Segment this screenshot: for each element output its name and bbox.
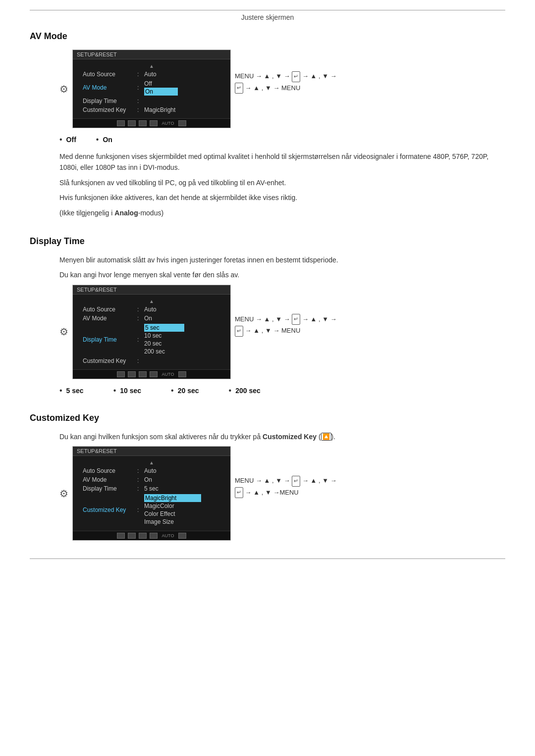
osd-valuelist-dt: 5 sec 10 sec 20 sec 200 sec	[144, 324, 184, 355]
nav-formula-dt: MENU → ▲ , ▼ → ↵ → ▲ , ▼ → ↵ → ▲ , ▼ → M…	[235, 313, 337, 351]
body-text-av-4: (Ikke tilgjengelig i Analog-modus)	[59, 207, 505, 218]
section-title-display-time: Display Time	[30, 236, 505, 247]
osd-row-customkey-av: Customized Key : MagicBright	[73, 105, 230, 114]
gear-icon-av-mode: ⚙	[59, 83, 68, 95]
osd-label-avmode-dt: AV Mode	[83, 315, 137, 322]
bullet-label-10sec: 10 sec	[120, 387, 141, 395]
gear-icon-dt: ⚙	[59, 326, 68, 338]
osd-screenshot-ck: SETUP&RESET ▲ Auto Source : Auto AV Mode…	[72, 446, 231, 541]
enter-icon-ck2: ↵	[235, 487, 243, 498]
scroll-up-av: ▲	[73, 62, 230, 70]
osd-btn5-ck	[178, 533, 186, 539]
osd-row-avmode-dt: AV Mode : On	[73, 314, 230, 323]
osd-bottom-bar-av: AUTO	[73, 118, 230, 128]
nav-formula-ck: MENU → ▲ , ▼ → ↵ → ▲ , ▼ → ↵ → ▲ , ▼ →ME…	[235, 475, 337, 512]
osd-label-avmode: AV Mode	[83, 84, 137, 91]
section-display-time: Display Time Menyen blir automatisk slåt…	[30, 236, 505, 395]
section-title-av-mode: AV Mode	[30, 31, 505, 42]
osd-auto-ck: AUTO	[162, 533, 174, 538]
osd-valuelist-ck: MagicBright MagicColor Color Effect Imag…	[144, 494, 201, 526]
nav-formula-line1-av: MENU → ▲ , ▼ → ↵ → ▲ , ▼ →	[235, 70, 337, 82]
page-title: Justere skjermen	[30, 13, 505, 21]
osd-row-displaytime-ck: Display Time : 5 sec	[73, 484, 230, 493]
osd-screenshot-av-mode: SETUP&RESET ▲ Auto Source : Auto AV Mode…	[72, 50, 231, 128]
osd-bottom-bar-ck: AUTO	[73, 531, 230, 540]
osd-row-autosource-dt: Auto Source : Auto	[73, 305, 230, 314]
bullet-options-av: • Off • On	[59, 135, 505, 144]
enter-icon-dt2: ↵	[235, 326, 243, 337]
bullet-on-av: • On	[96, 135, 112, 144]
body-text-av-1: Med denne funksjonen vises skjermbildet …	[59, 151, 505, 173]
gear-icon-ck: ⚙	[59, 488, 68, 500]
osd-title-dt: SETUP&RESET	[73, 285, 230, 295]
section-av-mode: AV Mode ⚙ SETUP&RESET ▲ Auto Source : Au…	[30, 31, 505, 218]
nav-formula-line2-dt: ↵ → ▲ , ▼ → MENU	[235, 325, 337, 336]
enter-icon-ck1: ↵	[292, 476, 300, 487]
osd-btn1-av	[117, 120, 125, 126]
osd-val-10sec: 10 sec	[144, 332, 184, 340]
osd-value-customkey-av: MagicBright	[144, 106, 175, 113]
osd-btn3-ck	[139, 533, 147, 539]
osd-outer-dt: ⚙ SETUP&RESET ▲ Auto Source : Auto AV Mo…	[59, 285, 505, 379]
nav-formula-line1-dt: MENU → ▲ , ▼ → ↵ → ▲ , ▼ →	[235, 313, 337, 325]
page-container: Justere skjermen AV Mode ⚙ SETUP&RESET ▲…	[0, 0, 535, 579]
customkey-icon: 🔼	[321, 433, 331, 441]
osd-valuelist-avmode: Off On	[144, 80, 178, 96]
bullet-200sec: • 200 sec	[229, 386, 261, 395]
osd-value-autosource-av: Auto	[144, 71, 157, 78]
osd-row-avmode: AV Mode : Off On	[73, 79, 230, 97]
osd-value-avmode-ck: On	[144, 476, 152, 483]
nav-formula-line2-ck: ↵ → ▲ , ▼ →MENU	[235, 487, 337, 498]
osd-btn5-dt	[178, 371, 186, 377]
osd-label-displaytime-ck: Display Time	[83, 485, 137, 492]
osd-menu-av-mode: ▲ Auto Source : Auto AV Mode : Off	[73, 59, 230, 116]
osd-label-autosource-dt: Auto Source	[83, 306, 137, 313]
top-rule	[30, 10, 505, 10]
body-text-dt-2: Du kan angi hvor lenge menyen skal vente…	[59, 269, 505, 280]
bottom-rule	[30, 558, 505, 559]
osd-btn4-av	[150, 120, 158, 126]
osd-val-off: Off	[144, 80, 178, 88]
osd-label-autosource-av: Auto Source	[83, 71, 137, 78]
bullet-10sec: • 10 sec	[113, 386, 141, 395]
section-content-display-time: Menyen blir automatisk slått av hvis ing…	[30, 254, 505, 395]
section-title-customized-key: Customized Key	[30, 413, 505, 423]
osd-menu-ck: ▲ Auto Source : Auto AV Mode : On Dis	[73, 456, 230, 529]
nav-formula-line1-ck: MENU → ▲ , ▼ → ↵ → ▲ , ▼ →	[235, 475, 337, 486]
osd-btn2-ck	[128, 533, 136, 539]
osd-auto-av: AUTO	[162, 121, 174, 126]
osd-val-magiccolor: MagicColor	[144, 502, 201, 510]
osd-btn2-dt	[128, 371, 136, 377]
osd-btn2-av	[128, 120, 136, 126]
osd-value-autosource-dt: Auto	[144, 306, 157, 313]
osd-label-customkey-dt: Customized Key	[83, 357, 137, 364]
osd-outer-av-mode: ⚙ SETUP&RESET ▲ Auto Source : Auto A	[59, 50, 505, 128]
osd-auto-dt: AUTO	[162, 372, 174, 377]
osd-btn3-dt	[139, 371, 147, 377]
bullet-5sec: • 5 sec	[59, 386, 84, 395]
osd-label-displaytime-av: Display Time	[83, 98, 137, 104]
scroll-up-dt: ▲	[73, 298, 230, 305]
osd-btn1-dt	[117, 371, 125, 377]
section-content-av-mode: ⚙ SETUP&RESET ▲ Auto Source : Auto A	[30, 50, 505, 218]
osd-val-5sec: 5 sec	[144, 324, 184, 332]
osd-btn3-av	[139, 120, 147, 126]
osd-btn4-dt	[150, 371, 158, 377]
osd-val-coloreffect: Color Effect	[144, 510, 201, 518]
body-text-av-2: Slå funksjonen av ved tilkobling til PC,…	[59, 177, 505, 188]
enter-icon-dt1: ↵	[292, 314, 300, 325]
bullet-20sec: • 20 sec	[171, 386, 199, 395]
bullet-label-200sec: 200 sec	[235, 387, 261, 395]
osd-label-customkey-av: Customized Key	[83, 106, 137, 113]
body-text-dt-1: Menyen blir automatisk slått av hvis ing…	[59, 254, 505, 265]
scroll-up-ck: ▲	[73, 459, 230, 466]
osd-label-displaytime-dt: Display Time	[83, 336, 137, 343]
body-text-av-3: Hvis funksjonen ikke aktiveres, kan det …	[59, 192, 505, 203]
osd-val-on: On	[144, 88, 178, 96]
osd-label-autosource-ck: Auto Source	[83, 467, 137, 474]
enter-icon-av1: ↵	[292, 71, 300, 82]
osd-btn1-ck	[117, 533, 125, 539]
osd-menu-dt: ▲ Auto Source : Auto AV Mode : On	[73, 295, 230, 367]
osd-value-autosource-ck: Auto	[144, 467, 157, 474]
enter-icon-av2: ↵	[235, 83, 243, 94]
